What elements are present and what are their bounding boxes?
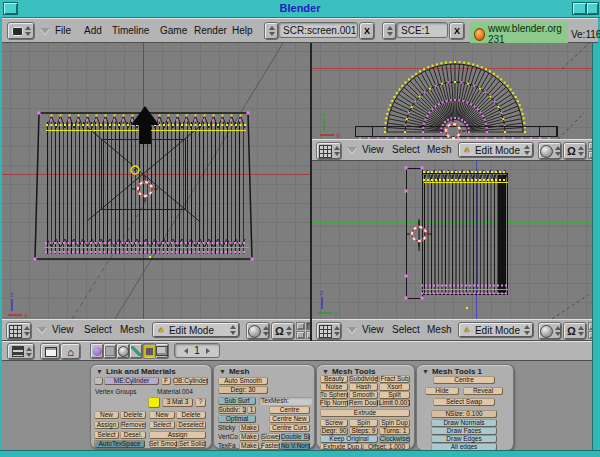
menu-file[interactable]: File: [55, 25, 71, 36]
clockwise-toggle[interactable]: Clockwise: [379, 435, 410, 443]
view-menu[interactable]: View: [52, 324, 74, 335]
scene-name-field[interactable]: SCE:1: [396, 22, 448, 38]
vgroup-deselect-button[interactable]: Desel.: [120, 431, 146, 439]
subdivide-button[interactable]: Subdivide: [349, 375, 378, 383]
draw-normals-toggle[interactable]: Draw Normals: [431, 419, 497, 427]
panel-mesh[interactable]: ▼Mesh Auto Smooth Degr: 30 Sub Surf TexM…: [213, 364, 315, 449]
spin-dup-button[interactable]: Spin Dup: [379, 419, 410, 427]
panel-collapse-icon[interactable]: ▼: [422, 368, 429, 375]
fake-user-button[interactable]: F: [161, 377, 171, 385]
material-question-button[interactable]: ?: [195, 398, 206, 407]
no-vnormal-toggle[interactable]: No V.Normal: [281, 442, 310, 450]
window-minimize-button[interactable]: [572, 2, 587, 15]
fract-subd-button[interactable]: Fract Sub: [379, 375, 410, 383]
steps-spinner[interactable]: Steps: 9: [349, 427, 378, 435]
to-sphere-button[interactable]: To Sphere: [320, 391, 348, 399]
material-assign-button[interactable]: Assign: [149, 431, 206, 439]
centre-button[interactable]: Centre: [433, 376, 495, 384]
centre-cursor-button[interactable]: Centre Curs: [269, 424, 310, 432]
proportional-edit-button[interactable]: Ω: [563, 142, 587, 160]
window-layout-button[interactable]: [40, 343, 61, 360]
screw-button[interactable]: Screw: [320, 419, 348, 427]
screen-name-field[interactable]: SCR:screen.001: [278, 22, 358, 38]
mesh-name-field[interactable]: ME:Cylinder: [104, 377, 159, 385]
script-context-button[interactable]: [103, 343, 117, 359]
frame-number-field[interactable]: 1: [174, 343, 220, 358]
viewport-front-canvas[interactable]: [2, 43, 310, 319]
vgroup-select-button[interactable]: Select: [94, 431, 119, 439]
editing-context-button[interactable]: [142, 343, 156, 359]
select-menu[interactable]: Select: [392, 144, 420, 155]
vertcol-make-button[interactable]: Make: [239, 433, 259, 441]
header-collapse-icon[interactable]: [347, 327, 357, 333]
menu-help[interactable]: Help: [232, 25, 253, 36]
subdiv-spinner[interactable]: Subdiv: 1: [218, 406, 246, 414]
spin-button[interactable]: Spin: [349, 419, 378, 427]
viewport-front[interactable]: [2, 43, 310, 319]
viewport-top[interactable]: [312, 43, 592, 139]
select-swap-button[interactable]: Select Swap: [433, 398, 495, 406]
vgroup-new-button[interactable]: New: [94, 411, 119, 419]
set-smooth-button[interactable]: Set Smoo: [149, 440, 177, 448]
mode-dropdown[interactable]: ▲ Edit Mode: [458, 142, 534, 158]
beauty-toggle[interactable]: Beauty: [320, 375, 348, 383]
subsurf-toggle[interactable]: Sub Surf: [218, 397, 256, 405]
panel-collapse-icon[interactable]: ▼: [219, 368, 226, 375]
subdiv-render-spinner[interactable]: 1: [247, 406, 256, 414]
extrude-button[interactable]: Extrude: [320, 409, 410, 417]
draw-type-button[interactable]: [538, 322, 562, 340]
material-color-swatch[interactable]: [148, 397, 160, 408]
set-solid-button[interactable]: Set Solid: [178, 440, 206, 448]
panel-header[interactable]: ▼Mesh Tools 1: [422, 367, 482, 376]
shading-context-button[interactable]: [116, 343, 130, 359]
noise-button[interactable]: Noise: [320, 383, 348, 391]
object-context-button[interactable]: [129, 343, 143, 359]
panel-mesh-tools[interactable]: ▼Mesh Tools Beauty Subdivide Fract Sub N…: [316, 364, 415, 449]
screen-browse-button[interactable]: [264, 22, 279, 40]
auto-smooth-toggle[interactable]: Auto Smooth: [218, 377, 268, 385]
mode-dropdown[interactable]: ▲ Edit Mode: [152, 322, 240, 338]
panel-link-and-materials[interactable]: ▼Link and Materials ME:Cylinder F OB:Cyl…: [90, 364, 212, 449]
extrude-dup-button[interactable]: Extrude Dup: [320, 443, 362, 450]
draw-edges-toggle[interactable]: Draw Edges: [431, 435, 497, 443]
material-index-spinner[interactable]: 3 Mat 3: [162, 398, 193, 407]
material-delete-button[interactable]: Delete: [176, 411, 206, 419]
menu-render[interactable]: Render: [194, 25, 227, 36]
object-name-field[interactable]: OB:Cylinder: [173, 377, 208, 385]
limit-spinner[interactable]: Limit 0.001: [379, 399, 410, 407]
viewport-type-button[interactable]: [316, 142, 342, 160]
nsize-spinner[interactable]: NSize: 0.100: [431, 410, 497, 418]
select-menu[interactable]: Select: [84, 324, 112, 335]
mesh-menu[interactable]: Mesh: [120, 324, 144, 335]
panel-mesh-tools-1[interactable]: ▼Mesh Tools 1 Centre Hide Reveal Select …: [416, 364, 514, 451]
texmesh-field[interactable]: TexMesh:: [259, 397, 312, 405]
split-button[interactable]: Split: [379, 391, 410, 399]
view-menu[interactable]: View: [362, 324, 384, 335]
offset-spinner[interactable]: Offset: 1.000: [363, 443, 410, 450]
material-deselect-button[interactable]: Deselect: [176, 421, 206, 429]
draw-type-button[interactable]: [538, 142, 562, 160]
material-select-button[interactable]: Select: [149, 421, 175, 429]
scene-context-button[interactable]: [155, 343, 169, 359]
scene-delete-button[interactable]: X: [449, 22, 465, 40]
double-sided-toggle[interactable]: Double Side: [281, 433, 310, 441]
viewport-top-canvas[interactable]: [312, 43, 592, 139]
optimal-toggle[interactable]: Optimal: [218, 415, 256, 423]
remove-doubles-button[interactable]: Rem Doub: [349, 399, 378, 407]
logic-context-button[interactable]: [90, 343, 104, 359]
menubar-collapse-icon[interactable]: [40, 28, 50, 34]
frame-next-icon[interactable]: [206, 348, 210, 354]
smooth-button[interactable]: Smooth: [349, 391, 378, 399]
panel-header[interactable]: ▼Link and Materials: [96, 367, 176, 376]
centre-new-button[interactable]: Centre New: [269, 415, 310, 423]
viewport-type-button[interactable]: [6, 322, 32, 340]
proportional-edit-button[interactable]: Ω: [271, 322, 295, 340]
sticky-make-button[interactable]: Make: [239, 424, 259, 432]
header-collapse-icon[interactable]: [37, 327, 47, 333]
panel-collapse-icon[interactable]: ▼: [322, 368, 329, 375]
layer-buttons[interactable]: [296, 322, 310, 339]
degr-spinner[interactable]: Degr: 30: [218, 386, 268, 394]
mesh-menu[interactable]: Mesh: [427, 144, 451, 155]
draw-faces-toggle[interactable]: Draw Faces: [431, 427, 497, 435]
texface-make-button[interactable]: Make: [239, 442, 259, 450]
